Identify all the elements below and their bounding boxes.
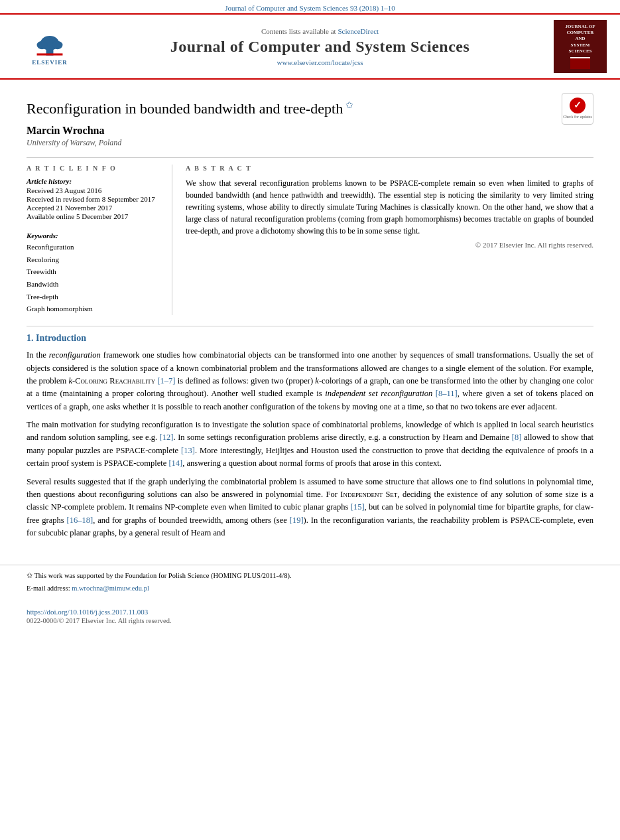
journal-title: Journal of Computer and System Sciences [86, 38, 554, 56]
abstract-column: A B S T R A C T We show that several rec… [186, 165, 593, 315]
article-info-label: A R T I C L E I N F O [27, 165, 162, 172]
sciencedirect-link[interactable]: ScienceDirect [338, 27, 379, 35]
keyword-3: Treewidth [27, 265, 162, 278]
accepted-date: Accepted 21 November 2017 [27, 204, 162, 212]
footnote-star-symbol: ✩ [27, 572, 34, 579]
footnote-star-title: ✩ [343, 100, 353, 110]
keywords-list: Reconfiguration Recoloring Treewidth Ban… [27, 241, 162, 315]
keyword-4: Bandwidth [27, 278, 162, 291]
check-updates-icon: ✓ [570, 98, 586, 113]
keyword-5: Tree-depth [27, 291, 162, 303]
intro-paragraph-1: In the reconfiguration framework one stu… [27, 349, 593, 413]
author-affiliation: University of Warsaw, Poland [27, 138, 593, 148]
article-history-label: Article history: [27, 177, 162, 185]
contents-available-line: Contents lists available at ScienceDirec… [86, 27, 554, 35]
keyword-6: Graph homomorphism [27, 303, 162, 315]
header-center: Contents lists available at ScienceDirec… [86, 27, 554, 66]
svg-point-2 [37, 40, 48, 48]
issn-text: 0022-0000/© 2017 Elsevier Inc. All right… [27, 617, 593, 624]
doi-link[interactable]: https://doi.org/10.1016/j.jcss.2017.11.0… [27, 608, 148, 616]
footnote-email: E-mail address: m.wrochna@mimuw.edu.pl [27, 583, 593, 594]
article-title-area: Reconfiguration in bounded bandwidth and… [27, 93, 353, 123]
footnote-funding: ✩ This work was supported by the Foundat… [27, 571, 593, 581]
svg-point-3 [52, 40, 63, 48]
section-divider [27, 326, 593, 326]
check-updates-label: Check for updates [563, 115, 592, 119]
received-date: Received 23 August 2016 [27, 186, 162, 194]
author-email-link[interactable]: m.wrochna@mimuw.edu.pl [72, 585, 149, 592]
article-info-abstract-section: A R T I C L E I N F O Article history: R… [27, 157, 593, 315]
intro-paragraph-3: Several results suggested that if the gr… [27, 476, 593, 540]
keyword-2: Recoloring [27, 253, 162, 266]
abstract-label: A B S T R A C T [186, 165, 593, 172]
journal-citation: Journal of Computer and System Sciences … [225, 4, 395, 12]
intro-heading: 1. Introduction [27, 333, 593, 344]
doi-link-container: https://doi.org/10.1016/j.jcss.2017.11.0… [27, 606, 593, 617]
journal-cover-thumbnail: JOURNAL OF COMPUTER AND SYSTEM SCIENCES [554, 20, 607, 73]
keyword-1: Reconfiguration [27, 241, 162, 253]
svg-rect-4 [37, 53, 63, 55]
author-name: Marcin Wrochna [27, 125, 593, 137]
keywords-label: Keywords: [27, 232, 162, 240]
check-for-updates-badge: ✓ Check for updates [562, 93, 593, 125]
copyright-notice: © 2017 Elsevier Inc. All rights reserved… [186, 241, 593, 249]
journal-top-bar: Journal of Computer and System Sciences … [0, 0, 620, 13]
intro-paragraph-2: The main motivation for studying reconfi… [27, 419, 593, 470]
elsevier-tree-logo [27, 28, 73, 58]
abstract-text: We show that several reconfiguration pro… [186, 177, 593, 237]
article-title: Reconfiguration in bounded bandwidth and… [27, 100, 353, 117]
journal-url-link[interactable]: www.elsevier.com/locate/jcss [277, 58, 363, 66]
article-info-column: A R T I C L E I N F O Article history: R… [27, 165, 172, 315]
revised-date: Received in revised form 8 September 201… [27, 195, 162, 203]
journal-header: ELSEVIER Contents lists available at Sci… [0, 13, 620, 80]
abstract-paragraph: We show that several reconfiguration pro… [186, 177, 593, 237]
title-row: Reconfiguration in bounded bandwidth and… [27, 93, 593, 125]
available-online-date: Available online 5 December 2017 [27, 212, 162, 220]
main-content: Reconfiguration in bounded bandwidth and… [0, 80, 620, 558]
page-footer: ✩ This work was supported by the Foundat… [0, 565, 620, 627]
journal-url: www.elsevier.com/locate/jcss [86, 58, 554, 66]
elsevier-wordmark: ELSEVIER [32, 59, 68, 66]
elsevier-logo-area: ELSEVIER [13, 28, 86, 66]
